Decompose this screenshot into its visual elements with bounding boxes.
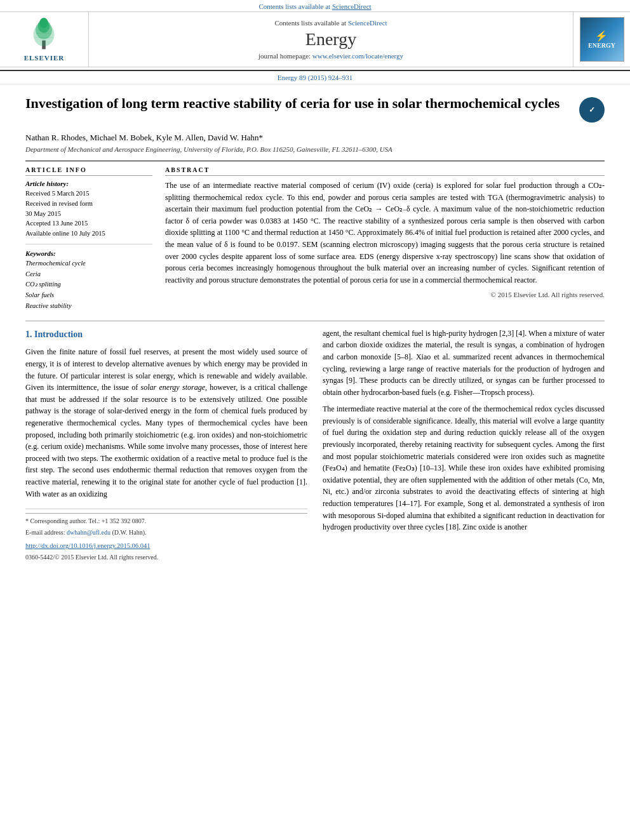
issn-line: 0360-5442/© 2015 Elsevier Ltd. All right… <box>25 552 307 563</box>
journal-homepage: journal homepage: www.elsevier.com/locat… <box>258 52 403 60</box>
email-label: E-mail address: <box>25 529 65 536</box>
journal-title: Energy <box>305 29 356 50</box>
abstract-text: The use of an intermediate reactive mate… <box>165 180 605 286</box>
article-info-column: ARTICLE INFO Article history: Received 5… <box>25 166 152 312</box>
email-line: E-mail address: dwhahn@ufl.edu (D.W. Hah… <box>25 528 307 538</box>
history-label: Article history: <box>25 180 152 187</box>
article-history: Article history: Received 5 March 2015 R… <box>25 180 152 239</box>
info-divider <box>25 244 152 244</box>
elsevier-logo-section: ELSEVIER <box>0 12 89 67</box>
article-title-section: Investigation of long term reactive stab… <box>25 95 605 126</box>
homepage-link[interactable]: www.elsevier.com/locate/energy <box>312 52 403 60</box>
body-col-left: 1. Introduction Given the finite nature … <box>25 328 307 563</box>
footnote-divider <box>25 513 307 514</box>
author-list: Nathan R. Rhodes, Michael M. Bobek, Kyle… <box>25 133 263 142</box>
journal-url-bar: Contents lists available at ScienceDirec… <box>0 0 630 12</box>
intro-para2: agent, the resultant chemical fuel is hi… <box>323 328 605 399</box>
italic-term: solar energy storage <box>141 383 206 392</box>
available-date: Available online 10 July 2015 <box>25 229 152 239</box>
doi-link[interactable]: http://dx.doi.org/10.1016/j.energy.2015.… <box>25 542 150 549</box>
energy-logo: ⚡ ENERGY <box>580 17 624 62</box>
intro-para3: The intermediate reactive material at th… <box>323 403 605 533</box>
article-citation: Energy 89 (2015) 924–931 <box>0 71 630 84</box>
svg-point-4 <box>40 18 48 28</box>
copyright-line: © 2015 Elsevier Ltd. All rights reserved… <box>165 291 605 298</box>
section-divider <box>25 321 605 321</box>
intro-heading: 1. Introduction <box>25 328 307 342</box>
page-footer: * Corresponding author. Tel.: +1 352 392… <box>25 509 307 563</box>
abstract-paragraph: The use of an intermediate reactive mate… <box>165 180 605 286</box>
revised-date: 30 May 2015 <box>25 209 152 219</box>
crossmark-icon: ✓ <box>589 105 595 115</box>
journal-banner-center: Contents lists available at ScienceDirec… <box>89 12 573 67</box>
email-link[interactable]: dwhahn@ufl.edu <box>67 529 111 536</box>
intro-para1: Given the finite nature of fossil fuel r… <box>25 346 307 500</box>
received-date: Received 5 March 2015 <box>25 189 152 199</box>
article-title: Investigation of long term reactive stab… <box>25 95 572 113</box>
journal-header: Contents lists available at ScienceDirec… <box>0 0 630 71</box>
contents-available: Contents lists available at ScienceDirec… <box>274 19 387 27</box>
main-content: Investigation of long term reactive stab… <box>0 84 630 573</box>
elsevier-text: ELSEVIER <box>24 54 65 62</box>
article-info-header: ARTICLE INFO <box>25 166 152 176</box>
energy-logo-section: ⚡ ENERGY <box>573 12 630 67</box>
sciencedirect-link-banner[interactable]: ScienceDirect <box>348 19 387 27</box>
sciencedirect-link[interactable]: ScienceDirect <box>332 3 372 10</box>
keyword-1: Thermochemical cycle <box>25 258 152 269</box>
revised-label: Received in revised form <box>25 199 152 209</box>
sciencedirect-text: Contents lists available at <box>258 3 330 10</box>
body-content: 1. Introduction Given the finite nature … <box>25 328 605 563</box>
body-col-right: agent, the resultant chemical fuel is hi… <box>323 328 605 563</box>
article-info-abstract-section: ARTICLE INFO Article history: Received 5… <box>25 161 605 312</box>
keyword-5: Reactive stability <box>25 301 152 312</box>
abstract-column: ABSTRACT The use of an intermediate reac… <box>165 166 605 312</box>
corresponding-author-note: * Corresponding author. Tel.: +1 352 392… <box>25 516 307 526</box>
journal-banner: ELSEVIER Contents lists available at Sci… <box>0 12 630 67</box>
keywords-section: Keywords: Thermochemical cycle Ceria CO₂… <box>25 250 152 312</box>
elsevier-tree-icon <box>25 17 63 52</box>
energy-logo-text: ⚡ ENERGY <box>588 30 615 49</box>
keyword-2: Ceria <box>25 269 152 280</box>
homepage-text: journal homepage: <box>258 52 311 60</box>
keywords-label: Keywords: <box>25 250 152 257</box>
abstract-header: ABSTRACT <box>165 166 605 176</box>
keyword-3: CO₂ splitting <box>25 279 152 290</box>
accepted-date: Accepted 13 June 2015 <box>25 218 152 229</box>
authors: Nathan R. Rhodes, Michael M. Bobek, Kyle… <box>25 133 605 143</box>
doi-section: http://dx.doi.org/10.1016/j.energy.2015.… <box>25 541 307 551</box>
crossmark-badge[interactable]: ✓ <box>579 97 605 123</box>
corresponding-label: * Corresponding author. Tel.: +1 352 392… <box>25 517 146 524</box>
affiliation: Department of Mechanical and Aerospace E… <box>25 145 605 153</box>
keyword-4: Solar fuels <box>25 290 152 301</box>
email-person: (D.W. Hahn). <box>112 529 146 536</box>
